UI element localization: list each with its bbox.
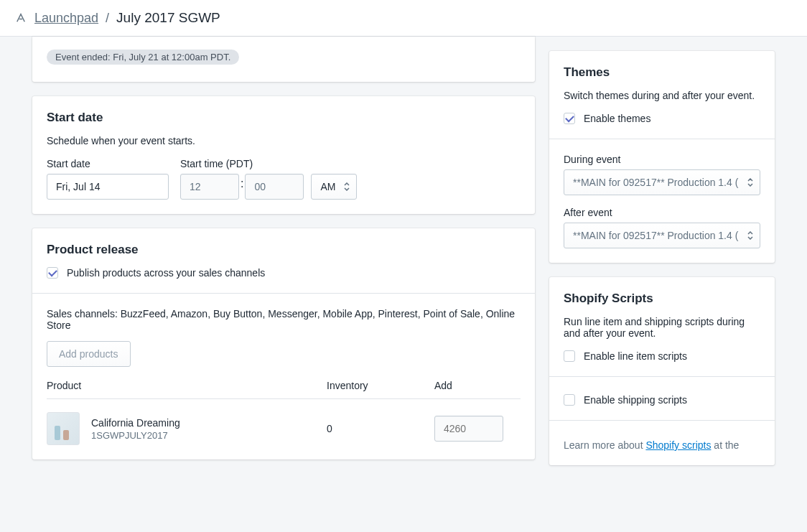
start-time-label: Start time (PDT) <box>180 158 357 169</box>
ampm-select[interactable]: AM <box>311 174 357 200</box>
col-inventory: Inventory <box>327 380 427 391</box>
enable-shipping-checkbox[interactable] <box>564 394 575 406</box>
publish-products-checkbox-row[interactable]: Publish products across your sales chann… <box>47 267 521 279</box>
enable-line-item-row[interactable]: Enable line item scripts <box>564 350 760 362</box>
start-date-card: Start date Schedule when your event star… <box>32 96 535 214</box>
breadcrumb: Launchpad / July 2017 SGWP <box>0 0 807 37</box>
start-date-input[interactable] <box>47 174 169 200</box>
breadcrumb-separator: / <box>106 11 109 26</box>
scripts-description: Run line item and shipping scripts durin… <box>564 316 760 339</box>
scripts-title: Shopify Scripts <box>564 291 760 306</box>
product-name[interactable]: California Dreaming <box>91 417 180 429</box>
start-minute-input[interactable] <box>245 174 304 200</box>
product-table: Product Inventory Add California Dreamin… <box>47 380 521 445</box>
themes-description: Switch themes during and after your even… <box>564 90 760 101</box>
time-colon: : <box>241 177 243 196</box>
event-status-pill: Event ended: Fri, July 21 at 12:00am PDT… <box>47 50 239 65</box>
product-add-input[interactable] <box>434 416 503 442</box>
start-hour-input[interactable] <box>180 174 239 200</box>
during-event-select[interactable]: **MAIN for 092517** Production 1.4 ( <box>564 169 760 195</box>
launchpad-icon <box>14 11 27 24</box>
add-products-button[interactable]: Add products <box>47 341 131 367</box>
after-event-label: After event <box>564 207 760 218</box>
themes-title: Themes <box>564 65 760 80</box>
page-title: July 2017 SGWP <box>116 10 220 26</box>
enable-themes-checkbox[interactable] <box>564 113 575 124</box>
after-event-select[interactable]: **MAIN for 092517** Production 1.4 ( <box>564 223 760 248</box>
themes-card: Themes Switch themes during and after yo… <box>549 51 775 263</box>
col-product: Product <box>47 380 319 391</box>
sales-channels-text: Sales channels: BuzzFeed, Amazon, Buy Bu… <box>47 308 521 331</box>
table-row: California Dreaming 1SGWPJULY2017 0 <box>47 399 521 445</box>
scripts-card: Shopify Scripts Run line item and shippi… <box>549 277 775 465</box>
product-sku: 1SGWPJULY2017 <box>91 430 180 441</box>
shopify-scripts-link[interactable]: Shopify scripts <box>645 439 711 451</box>
enable-line-item-checkbox[interactable] <box>564 350 575 362</box>
enable-themes-label: Enable themes <box>584 113 650 124</box>
product-inventory: 0 <box>327 423 427 434</box>
start-date-description: Schedule when your event starts. <box>47 135 521 146</box>
event-status-card: Event ended: Fri, July 21 at 12:00am PDT… <box>32 37 535 82</box>
col-add: Add <box>434 380 521 391</box>
enable-shipping-label: Enable shipping scripts <box>584 394 687 406</box>
publish-products-checkbox[interactable] <box>47 267 58 279</box>
enable-shipping-row[interactable]: Enable shipping scripts <box>564 394 760 406</box>
publish-products-label: Publish products across your sales chann… <box>67 267 265 279</box>
during-event-label: During event <box>564 154 760 165</box>
enable-line-item-label: Enable line item scripts <box>584 350 687 362</box>
breadcrumb-app-link[interactable]: Launchpad <box>34 11 98 26</box>
product-release-card: Product release Publish products across … <box>32 228 535 459</box>
start-date-label: Start date <box>47 158 169 169</box>
product-release-title: Product release <box>47 243 521 257</box>
scripts-learn-more: Learn more about Shopify scripts at the <box>564 439 760 451</box>
enable-themes-row[interactable]: Enable themes <box>564 113 760 124</box>
start-date-title: Start date <box>47 111 521 125</box>
product-thumbnail <box>47 412 80 445</box>
